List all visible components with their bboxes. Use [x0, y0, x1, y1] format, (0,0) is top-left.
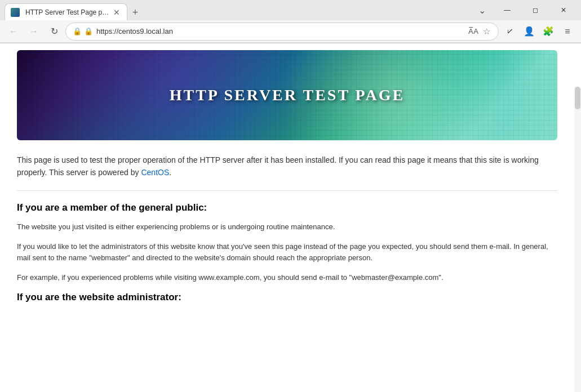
section-divider [17, 190, 557, 191]
section1-para2: If you would like to let the administrat… [17, 241, 557, 265]
menu-button[interactable]: ≡ [558, 23, 576, 41]
window-controls: — ◻ ✕ [494, 2, 576, 19]
back-button[interactable]: ← [5, 23, 23, 41]
section1-heading: If you are a member of the general publi… [17, 202, 557, 213]
centos-link[interactable]: CentOS [141, 168, 169, 177]
section1-para1: The website you just visited is either e… [17, 221, 557, 233]
minimize-button[interactable]: — [494, 2, 520, 19]
navigation-bar: ← → ↻ 🔒 🔒 A̅A ☆ 🗸 👤 [0, 20, 581, 43]
scrollbar[interactable]: ▲ [574, 87, 581, 392]
active-tab[interactable]: HTTP Server Test Page powered by ✕ [5, 3, 127, 20]
tab-dropdown-button[interactable]: ⌄ [474, 2, 490, 18]
back-icon: ← [9, 26, 18, 37]
hero-banner: HTTP SERVER TEST PAGE [17, 50, 557, 140]
hero-title: HTTP SERVER TEST PAGE [170, 86, 405, 104]
account-icon: 👤 [524, 26, 535, 37]
extensions-icon: 🧩 [543, 26, 554, 37]
minimize-icon: — [504, 6, 511, 14]
pocket-button[interactable]: 🗸 [501, 23, 519, 41]
forward-button[interactable]: → [25, 23, 43, 41]
new-tab-button[interactable]: + [127, 5, 143, 20]
page-wrapper: ▲ HTTP SERVER TEST PAGE This page is use… [0, 43, 581, 392]
intro-text-content: This page is used to test the proper ope… [17, 155, 539, 177]
tab-favicon [11, 8, 20, 17]
intro-suffix: . [169, 168, 171, 177]
page-content: HTTP SERVER TEST PAGE This page is used … [0, 43, 574, 318]
translate-icon[interactable]: A̅A [467, 26, 480, 37]
reload-button[interactable]: ↻ [45, 23, 63, 41]
account-button[interactable]: 👤 [520, 23, 538, 41]
nav-right-icons: 🗸 👤 🧩 ≡ [501, 23, 576, 41]
scrollbar-thumb[interactable] [575, 87, 580, 109]
tab-close-button[interactable]: ✕ [112, 7, 121, 18]
watermark: comolnstalar.me [513, 347, 581, 392]
forward-icon: → [29, 26, 38, 37]
tab-area: HTTP Server Test Page powered by ✕ + [5, 0, 469, 20]
reload-icon: ↻ [51, 26, 58, 37]
address-bar[interactable]: 🔒 🔒 A̅A ☆ [65, 23, 499, 41]
section2-heading: If you are the website administrator: [17, 292, 557, 303]
bookmark-icon[interactable]: ☆ [482, 25, 491, 38]
url-input[interactable] [96, 27, 464, 35]
hamburger-icon: ≡ [565, 26, 570, 37]
close-icon: ✕ [561, 6, 566, 14]
intro-paragraph: This page is used to test the proper ope… [17, 154, 557, 179]
browser-chrome: HTTP Server Test Page powered by ✕ + ⌄ —… [0, 0, 581, 43]
close-button[interactable]: ✕ [551, 2, 576, 19]
address-security-icons: 🔒 🔒 [73, 27, 93, 35]
restore-button[interactable]: ◻ [522, 2, 548, 19]
section1-para3: For example, if you experienced problems… [17, 272, 557, 284]
shield-lock-icon: 🔒 [73, 27, 82, 35]
restore-icon: ◻ [533, 6, 538, 14]
title-bar: HTTP Server Test Page powered by ✕ + ⌄ —… [0, 0, 581, 20]
tab-title: HTTP Server Test Page powered by [25, 8, 110, 16]
lock-icon: 🔒 [84, 27, 93, 35]
address-right-controls: A̅A ☆ [467, 25, 491, 38]
pocket-icon: 🗸 [505, 26, 515, 37]
extensions-button[interactable]: 🧩 [539, 23, 557, 41]
